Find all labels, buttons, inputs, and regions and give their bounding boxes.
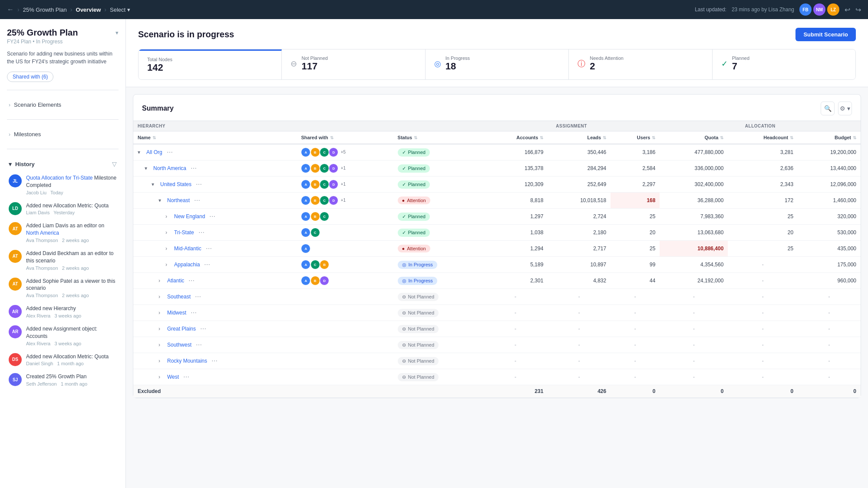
col-name[interactable]: Name ⇅ <box>133 131 297 144</box>
stat-value-planned: 7 <box>732 61 749 72</box>
us-menu[interactable]: ⋯ <box>194 180 204 189</box>
history-text-5: Added Sophie Patel as a viewer to this s… <box>26 278 117 292</box>
row-name-northeast: ▾ Northeast ⋯ <box>133 193 297 209</box>
west-menu[interactable]: ⋯ <box>182 372 191 382</box>
west-link[interactable]: West <box>167 374 179 380</box>
row-name-united-states: ▾ United States ⋯ <box>133 177 297 193</box>
expand-icon-mid-atlantic[interactable]: › <box>165 246 172 252</box>
history-label: History <box>15 161 35 167</box>
northeast-link[interactable]: Northeast <box>167 197 190 203</box>
expand-icon-all-org[interactable]: ▾ <box>138 149 144 155</box>
new-england-menu[interactable]: ⋯ <box>208 212 217 221</box>
new-england-link[interactable]: New England <box>174 213 205 219</box>
expand-icon-southwest[interactable]: › <box>158 342 165 348</box>
northeast-menu[interactable]: ⋯ <box>192 196 202 205</box>
rocky-mountains-link[interactable]: Rocky Mountains <box>167 358 207 364</box>
headcount-great-plains: - <box>728 321 798 337</box>
col-status[interactable]: Status ⇅ <box>393 131 483 144</box>
shared-with-northeast: A B C D +1 <box>297 193 393 209</box>
col-quota[interactable]: Quota ⇅ <box>660 131 728 144</box>
expand-icon-new-england[interactable]: › <box>165 213 172 219</box>
quota-midwest: - <box>660 305 728 321</box>
appalachia-menu[interactable]: ⋯ <box>202 260 212 269</box>
col-accounts[interactable]: Accounts ⇅ <box>483 131 548 144</box>
avatar-1[interactable]: FB <box>799 3 812 16</box>
scenario-elements-label: Scenario Elements <box>14 102 61 108</box>
rocky-mountains-menu[interactable]: ⋯ <box>210 356 219 366</box>
group-hierarchy: HIERARCHY <box>133 121 483 131</box>
midwest-link[interactable]: Midwest <box>167 310 186 316</box>
mid-atlantic-link[interactable]: Mid-Atlantic <box>174 246 201 252</box>
summary-header: Summary 🔍 ⚙ ▾ <box>133 95 861 121</box>
accounts-midwest: - <box>483 305 548 321</box>
tri-state-link[interactable]: Tri-State <box>174 229 194 236</box>
accounts-great-plains: - <box>483 321 548 337</box>
sidebar-section-milestones[interactable]: › Milestones <box>7 128 119 141</box>
undo-button[interactable]: ↩ <box>845 6 850 14</box>
sidebar-section-scenario-elements[interactable]: › Scenario Elements <box>7 98 119 111</box>
expand-icon-tri-state[interactable]: › <box>165 229 172 236</box>
headcount-mid-atlantic: 25 <box>728 241 798 257</box>
expand-icon-appalachia[interactable]: › <box>165 262 172 268</box>
great-plains-link[interactable]: Great Plains <box>167 326 196 332</box>
back-button[interactable]: ← <box>7 6 14 13</box>
settings-button[interactable]: ⚙ ▾ <box>838 102 852 115</box>
expand-icon-atlantic[interactable]: › <box>158 278 165 284</box>
expand-icon-rocky-mountains[interactable]: › <box>158 358 165 364</box>
southwest-menu[interactable]: ⋯ <box>194 340 204 350</box>
search-button[interactable]: 🔍 <box>821 102 835 115</box>
users-northeast: 168 <box>611 193 660 209</box>
chevron-down-icon: ▾ <box>9 161 12 167</box>
history-text-6: Added new Hierarchy <box>26 305 117 312</box>
history-content-7: Added new Assignment object: Accounts Al… <box>26 325 117 346</box>
shared-with-button[interactable]: Shared with (6) <box>7 72 53 82</box>
col-users[interactable]: Users ⇅ <box>611 131 660 144</box>
appalachia-link[interactable]: Appalachia <box>174 262 200 268</box>
mid-atlantic-menu[interactable]: ⋯ <box>204 244 214 253</box>
redo-button[interactable]: ↪ <box>855 6 861 14</box>
history-avatar-9: SJ <box>9 373 22 386</box>
midwest-menu[interactable]: ⋯ <box>189 308 198 318</box>
history-link-3[interactable]: North America <box>26 230 59 236</box>
atlantic-link[interactable]: Atlantic <box>167 278 184 284</box>
avatar-2[interactable]: NM <box>813 3 825 16</box>
leads-midwest: - <box>548 305 611 321</box>
expand-icon-northeast[interactable]: ▾ <box>158 197 165 203</box>
history-item-3: AT Added Liam Davis as an editor on Nort… <box>7 219 119 246</box>
united-states-link[interactable]: United States <box>160 181 191 187</box>
accounts-appalachia: 5,189 <box>483 257 548 273</box>
history-avatar-6: AR <box>9 305 22 318</box>
expand-icon-great-plains[interactable]: › <box>158 326 165 332</box>
history-link-1[interactable]: Quota Allocation for Tri-State <box>26 175 92 181</box>
submit-scenario-button[interactable]: Submit Scenario <box>795 28 856 41</box>
history-avatar-7: AR <box>9 325 22 338</box>
col-shared-with[interactable]: Shared with ⇅ <box>297 131 393 144</box>
expand-icon-us[interactable]: ▾ <box>152 181 158 187</box>
status-badge: ✓ Planned <box>398 164 430 173</box>
southeast-link[interactable]: Southeast <box>167 294 191 300</box>
col-leads[interactable]: Leads ⇅ <box>548 131 611 144</box>
history-filter-button[interactable]: ▽ <box>112 160 117 167</box>
col-budget[interactable]: Budget ⇅ <box>798 131 861 144</box>
history-title[interactable]: ▾ History <box>9 161 35 167</box>
atlantic-menu[interactable]: ⋯ <box>187 276 196 285</box>
nav-select-dropdown[interactable]: Select ▾ <box>110 7 130 13</box>
shared-with-north-america: A B C D +1 <box>297 160 393 177</box>
avatar-3[interactable]: LZ <box>827 3 839 16</box>
expand-icon-southeast[interactable]: › <box>158 294 165 300</box>
expand-icon-west[interactable]: › <box>158 374 165 380</box>
tri-state-menu[interactable]: ⋯ <box>197 228 206 237</box>
col-headcount[interactable]: Headcount ⇅ <box>728 131 798 144</box>
all-org-link[interactable]: All Org <box>146 149 162 155</box>
southwest-link[interactable]: Southwest <box>167 342 191 348</box>
excluded-headcount: 0 <box>728 385 798 398</box>
expand-icon-north-america[interactable]: ▾ <box>145 165 151 171</box>
all-org-menu[interactable]: ⋯ <box>165 147 175 157</box>
southeast-menu[interactable]: ⋯ <box>193 292 203 301</box>
north-america-menu[interactable]: ⋯ <box>189 164 198 173</box>
great-plains-menu[interactable]: ⋯ <box>198 324 208 334</box>
stat-label-total: Total Nodes <box>147 57 273 62</box>
sidebar-dropdown-icon[interactable]: ▾ <box>116 29 119 36</box>
expand-icon-midwest[interactable]: › <box>158 310 165 316</box>
north-america-link[interactable]: North America <box>153 165 186 171</box>
